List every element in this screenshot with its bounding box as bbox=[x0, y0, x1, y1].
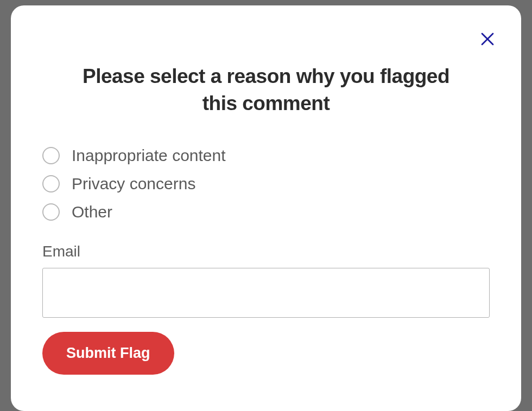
radio-circle-icon bbox=[42, 203, 60, 221]
radio-circle-icon bbox=[42, 147, 60, 164]
email-field[interactable] bbox=[42, 268, 490, 318]
close-button[interactable] bbox=[478, 29, 497, 49]
radio-label: Other bbox=[72, 203, 112, 221]
modal-title: Please select a reason why you flagged t… bbox=[42, 63, 490, 117]
reason-radio-group: Inappropriate content Privacy concerns O… bbox=[42, 146, 490, 221]
email-label: Email bbox=[42, 243, 490, 260]
radio-label: Privacy concerns bbox=[72, 175, 195, 193]
radio-option-other[interactable]: Other bbox=[42, 203, 490, 221]
radio-label: Inappropriate content bbox=[72, 146, 226, 165]
radio-option-privacy[interactable]: Privacy concerns bbox=[42, 175, 490, 193]
flag-comment-modal: Please select a reason why you flagged t… bbox=[11, 5, 521, 411]
radio-option-inappropriate[interactable]: Inappropriate content bbox=[42, 146, 490, 165]
radio-circle-icon bbox=[42, 175, 60, 192]
submit-flag-button[interactable]: Submit Flag bbox=[42, 332, 174, 375]
close-icon bbox=[479, 31, 496, 47]
